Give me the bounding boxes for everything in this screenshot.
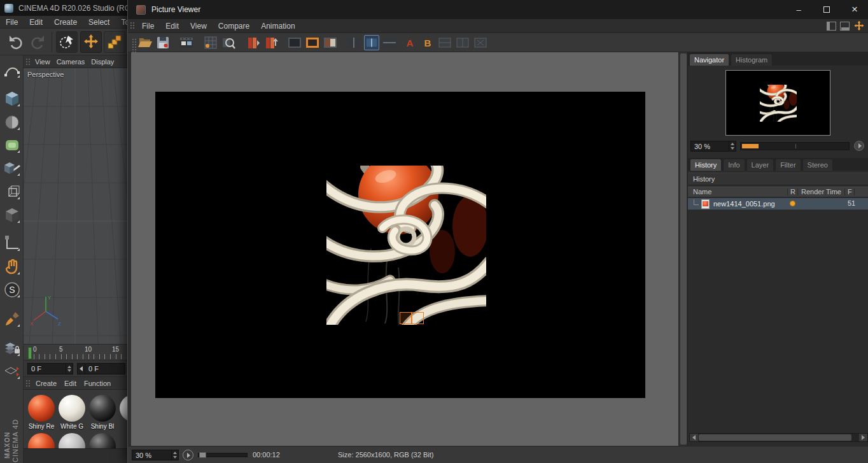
pv-menu-compare[interactable]: Compare bbox=[213, 20, 255, 32]
column-render-time[interactable]: Render Time bbox=[801, 188, 841, 196]
open-file-icon[interactable] bbox=[137, 35, 153, 50]
add-cube-icon[interactable] bbox=[3, 90, 20, 107]
menubar-grip-handle[interactable] bbox=[130, 22, 134, 30]
pv-menu-view[interactable]: View bbox=[185, 20, 213, 32]
compare-vertical-icon[interactable] bbox=[364, 35, 379, 50]
scale-tool-button[interactable] bbox=[104, 31, 125, 53]
split-image-icon[interactable] bbox=[323, 35, 338, 50]
tab-filter[interactable]: Filter bbox=[775, 159, 801, 171]
frame-slider[interactable] bbox=[198, 453, 248, 457]
c4d-menu-edit[interactable]: Edit bbox=[24, 16, 48, 29]
tab-history[interactable]: History bbox=[690, 159, 722, 171]
pv-menu-edit[interactable]: Edit bbox=[160, 20, 185, 32]
navigator-zoom-spinner[interactable] bbox=[729, 141, 736, 151]
rendered-image[interactable] bbox=[155, 92, 645, 398]
close-button[interactable]: × bbox=[841, 0, 868, 19]
minimize-button[interactable]: – bbox=[785, 0, 813, 19]
material-thumb-white[interactable] bbox=[59, 395, 85, 422]
full-image-icon[interactable] bbox=[305, 35, 320, 50]
navigator-zoom-slider[interactable] bbox=[740, 142, 850, 150]
tab-histogram[interactable]: Histogram bbox=[731, 53, 773, 66]
layout-grid-icon[interactable] bbox=[203, 35, 218, 50]
panel-grip-handle[interactable] bbox=[25, 380, 30, 387]
hand-tool-icon[interactable] bbox=[3, 258, 20, 275]
navigator-expand-button[interactable] bbox=[854, 141, 864, 151]
solid-cube-icon[interactable] bbox=[3, 206, 20, 224]
generator-cube-icon[interactable] bbox=[3, 159, 20, 176]
tab-navigator[interactable]: Navigator bbox=[689, 53, 729, 66]
histogram-forward-icon[interactable] bbox=[246, 35, 261, 50]
set-image-b-icon[interactable]: B bbox=[420, 35, 435, 50]
subdivision-surface-icon[interactable] bbox=[3, 136, 20, 153]
pv-horizontal-scrollbar[interactable] bbox=[689, 433, 868, 442]
material-thumb-partial[interactable] bbox=[120, 395, 127, 422]
single-image-icon[interactable] bbox=[287, 35, 302, 50]
status-zoom-spinner[interactable] bbox=[171, 450, 178, 460]
tab-stereo[interactable]: Stereo bbox=[802, 159, 833, 171]
render-region-box[interactable] bbox=[412, 312, 424, 324]
frame-end-field[interactable]: 0 F bbox=[77, 363, 125, 374]
frame-spinner[interactable] bbox=[66, 364, 73, 374]
column-f[interactable]: F bbox=[848, 188, 852, 196]
c4d-menu-file[interactable]: File bbox=[0, 16, 24, 29]
c4d-menu-select[interactable]: Select bbox=[83, 16, 115, 29]
tab-layer[interactable]: Layer bbox=[746, 159, 774, 171]
column-name[interactable]: Name bbox=[693, 188, 711, 196]
timeline-ruler[interactable] bbox=[28, 354, 125, 359]
histogram-up-icon[interactable] bbox=[263, 35, 279, 50]
pv-vertical-scrollbar[interactable] bbox=[678, 52, 687, 446]
pv-menu-file[interactable]: File bbox=[136, 20, 160, 32]
tab-info[interactable]: Info bbox=[723, 159, 745, 171]
set-image-a-icon[interactable]: A bbox=[402, 35, 417, 50]
clone-brush-icon[interactable] bbox=[3, 310, 20, 327]
column-r[interactable]: R bbox=[790, 188, 795, 196]
timeline-playhead[interactable] bbox=[28, 347, 32, 359]
panel-layout-icon[interactable] bbox=[827, 22, 836, 31]
save-image-icon[interactable] bbox=[155, 35, 171, 50]
navigator-zoom-field[interactable]: 30 % bbox=[690, 141, 736, 152]
history-row[interactable]: new1414_0051.png 51 bbox=[688, 198, 868, 210]
pv-menu-animation[interactable]: Animation bbox=[255, 20, 300, 32]
link-vertical-icon[interactable] bbox=[455, 35, 470, 50]
move-panel-icon[interactable] bbox=[853, 20, 865, 32]
viewport-camera-label[interactable]: Perspective bbox=[27, 71, 64, 78]
undo-icon[interactable] bbox=[8, 33, 24, 50]
compare-off-icon[interactable] bbox=[346, 35, 361, 50]
live-selection-tool-button[interactable] bbox=[56, 31, 78, 53]
sculpt-tool-icon[interactable]: S bbox=[3, 281, 20, 298]
material-thumb-shiny-red[interactable] bbox=[28, 395, 55, 422]
c4d-menu-create[interactable]: Create bbox=[48, 16, 83, 29]
layers-lock-icon[interactable] bbox=[3, 339, 20, 357]
toolbar-grip-handle[interactable] bbox=[132, 38, 136, 52]
sphere-tool-icon[interactable] bbox=[3, 113, 20, 131]
pv-canvas[interactable] bbox=[131, 52, 678, 446]
viewport-menu-view[interactable]: View bbox=[32, 55, 53, 68]
material-thumb-shiny-black[interactable] bbox=[89, 395, 116, 422]
panel-grip-handle[interactable] bbox=[25, 58, 30, 65]
frame-start-field[interactable]: 0 F bbox=[27, 363, 73, 374]
viewport-canvas[interactable]: Perspective Y X Z bbox=[24, 68, 127, 344]
play-button[interactable] bbox=[183, 450, 193, 460]
link-horizontal-icon[interactable] bbox=[437, 35, 452, 50]
compare-horizontal-icon[interactable] bbox=[382, 35, 397, 50]
scrollbar-thumb[interactable] bbox=[680, 53, 687, 445]
dock-layout-icon[interactable] bbox=[840, 22, 850, 31]
move-tool-button[interactable] bbox=[80, 31, 102, 53]
wireframe-cube-icon[interactable] bbox=[3, 183, 20, 200]
material-menu-function[interactable]: Function bbox=[80, 377, 115, 390]
pv-titlebar[interactable]: Picture Viewer – × bbox=[128, 0, 868, 19]
pen-tool-icon[interactable] bbox=[3, 61, 20, 78]
viewport-menu-cameras[interactable]: Cameras bbox=[53, 55, 88, 68]
axis-tool-icon[interactable] bbox=[3, 234, 20, 252]
movie-render-icon[interactable] bbox=[179, 35, 194, 50]
material-menu-edit[interactable]: Edit bbox=[60, 377, 80, 390]
scroll-left-arrow[interactable] bbox=[690, 434, 698, 441]
magnify-image-icon[interactable] bbox=[221, 35, 236, 50]
scroll-right-arrow[interactable] bbox=[859, 434, 867, 441]
cross-compare-icon[interactable] bbox=[473, 35, 488, 50]
status-zoom-field[interactable]: 30 % bbox=[132, 450, 179, 460]
viewport-menu-display[interactable]: Display bbox=[88, 55, 117, 68]
render-region-box[interactable] bbox=[400, 312, 412, 324]
frame-prev-icon[interactable] bbox=[78, 364, 85, 374]
snap-grid-icon[interactable] bbox=[3, 362, 20, 380]
